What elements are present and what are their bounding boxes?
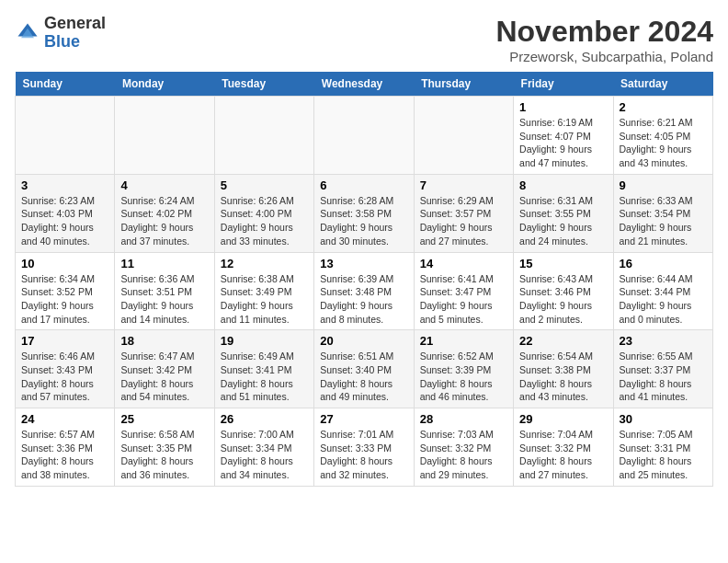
col-header-sunday: Sunday [16,72,115,97]
calendar-cell: 8Sunrise: 6:31 AMSunset: 3:55 PMDaylight… [514,174,613,252]
calendar-cell: 7Sunrise: 6:29 AMSunset: 3:57 PMDaylight… [414,174,513,252]
day-info: Sunrise: 6:38 AMSunset: 3:49 PMDaylight:… [221,272,308,327]
day-info: Sunrise: 6:43 AMSunset: 3:46 PMDaylight:… [519,272,607,327]
calendar-cell: 23Sunrise: 6:55 AMSunset: 3:37 PMDayligh… [613,330,712,408]
day-info: Sunrise: 6:41 AMSunset: 3:47 PMDaylight:… [420,272,507,327]
col-header-wednesday: Wednesday [314,72,414,97]
calendar-cell [115,97,214,175]
day-info: Sunrise: 6:46 AMSunset: 3:43 PMDaylight:… [21,350,108,404]
calendar-cell: 1Sunrise: 6:19 AMSunset: 4:07 PMDaylight… [514,97,613,175]
calendar-week-2: 3Sunrise: 6:23 AMSunset: 4:03 PMDaylight… [16,174,713,252]
day-info: Sunrise: 6:55 AMSunset: 3:37 PMDaylight:… [620,350,707,404]
day-info: Sunrise: 6:57 AMSunset: 3:36 PMDaylight:… [21,428,108,482]
day-info: Sunrise: 6:29 AMSunset: 3:57 PMDaylight:… [420,194,507,248]
day-number: 23 [620,334,707,348]
calendar-cell: 2Sunrise: 6:21 AMSunset: 4:05 PMDaylight… [613,97,712,175]
calendar-cell: 18Sunrise: 6:47 AMSunset: 3:42 PMDayligh… [115,330,214,408]
col-header-friday: Friday [514,72,613,97]
day-info: Sunrise: 6:44 AMSunset: 3:44 PMDaylight:… [620,272,707,327]
day-number: 15 [519,257,607,270]
logo-general-text: General [44,14,106,32]
month-title: November 2024 [495,15,713,49]
calendar-cell [16,97,115,175]
day-number: 27 [320,412,407,426]
calendar-cell: 12Sunrise: 6:38 AMSunset: 3:49 PMDayligh… [214,252,313,330]
day-info: Sunrise: 6:24 AMSunset: 4:02 PMDaylight:… [120,194,208,248]
day-number: 14 [420,257,507,270]
day-number: 12 [221,257,308,270]
day-info: Sunrise: 6:36 AMSunset: 3:51 PMDaylight:… [120,272,208,327]
day-info: Sunrise: 7:00 AMSunset: 3:34 PMDaylight:… [221,428,308,482]
calendar-cell: 27Sunrise: 7:01 AMSunset: 3:33 PMDayligh… [314,408,414,487]
day-info: Sunrise: 7:05 AMSunset: 3:31 PMDaylight:… [620,428,707,482]
day-number: 2 [620,100,707,114]
calendar-cell: 17Sunrise: 6:46 AMSunset: 3:43 PMDayligh… [16,330,115,408]
day-number: 13 [320,257,407,270]
calendar-cell: 26Sunrise: 7:00 AMSunset: 3:34 PMDayligh… [214,408,313,487]
day-info: Sunrise: 6:26 AMSunset: 4:00 PMDaylight:… [221,194,308,248]
day-number: 22 [519,334,607,348]
day-number: 16 [620,257,707,270]
title-block: November 2024 Przeworsk, Subcarpathia, P… [495,15,713,64]
day-number: 3 [21,178,108,192]
calendar-cell: 21Sunrise: 6:52 AMSunset: 3:39 PMDayligh… [414,330,513,408]
day-info: Sunrise: 6:54 AMSunset: 3:38 PMDaylight:… [519,350,607,404]
calendar-cell: 19Sunrise: 6:49 AMSunset: 3:41 PMDayligh… [214,330,313,408]
calendar-cell: 24Sunrise: 6:57 AMSunset: 3:36 PMDayligh… [16,408,115,487]
day-number: 18 [120,334,208,348]
calendar-cell: 9Sunrise: 6:33 AMSunset: 3:54 PMDaylight… [613,174,712,252]
day-info: Sunrise: 7:03 AMSunset: 3:32 PMDaylight:… [420,428,507,482]
day-info: Sunrise: 6:52 AMSunset: 3:39 PMDaylight:… [420,350,507,404]
calendar-cell: 4Sunrise: 6:24 AMSunset: 4:02 PMDaylight… [115,174,214,252]
calendar-cell: 15Sunrise: 6:43 AMSunset: 3:46 PMDayligh… [514,252,613,330]
calendar-cell: 28Sunrise: 7:03 AMSunset: 3:32 PMDayligh… [414,408,513,487]
day-info: Sunrise: 6:21 AMSunset: 4:05 PMDaylight:… [620,116,707,170]
calendar-cell: 11Sunrise: 6:36 AMSunset: 3:51 PMDayligh… [115,252,214,330]
day-number: 26 [221,412,308,426]
calendar-cell: 14Sunrise: 6:41 AMSunset: 3:47 PMDayligh… [414,252,513,330]
calendar-cell: 30Sunrise: 7:05 AMSunset: 3:31 PMDayligh… [613,408,712,487]
day-number: 28 [420,412,507,426]
calendar-week-3: 10Sunrise: 6:34 AMSunset: 3:52 PMDayligh… [16,252,713,330]
calendar-cell [214,97,313,175]
day-info: Sunrise: 6:58 AMSunset: 3:35 PMDaylight:… [120,428,208,482]
day-info: Sunrise: 6:31 AMSunset: 3:55 PMDaylight:… [519,194,607,248]
calendar-cell: 20Sunrise: 6:51 AMSunset: 3:40 PMDayligh… [314,330,414,408]
day-info: Sunrise: 7:04 AMSunset: 3:32 PMDaylight:… [519,428,607,482]
day-info: Sunrise: 7:01 AMSunset: 3:33 PMDaylight:… [320,428,407,482]
day-info: Sunrise: 6:23 AMSunset: 4:03 PMDaylight:… [21,194,108,248]
day-info: Sunrise: 6:47 AMSunset: 3:42 PMDaylight:… [120,350,208,404]
col-header-thursday: Thursday [414,72,513,97]
calendar-week-4: 17Sunrise: 6:46 AMSunset: 3:43 PMDayligh… [16,330,713,408]
calendar-table: SundayMondayTuesdayWednesdayThursdayFrid… [15,72,713,487]
calendar-cell: 29Sunrise: 7:04 AMSunset: 3:32 PMDayligh… [514,408,613,487]
col-header-saturday: Saturday [613,72,712,97]
day-number: 17 [21,334,108,348]
day-info: Sunrise: 6:51 AMSunset: 3:40 PMDaylight:… [320,350,407,404]
calendar-cell: 5Sunrise: 6:26 AMSunset: 4:00 PMDaylight… [214,174,313,252]
day-number: 25 [120,412,208,426]
col-header-monday: Monday [115,72,214,97]
day-number: 9 [620,178,707,192]
logo-blue-text: Blue [44,32,80,51]
day-info: Sunrise: 6:39 AMSunset: 3:48 PMDaylight:… [320,272,407,327]
calendar-cell: 13Sunrise: 6:39 AMSunset: 3:48 PMDayligh… [314,252,414,330]
day-number: 21 [420,334,507,348]
day-number: 8 [519,178,607,192]
day-info: Sunrise: 6:28 AMSunset: 3:58 PMDaylight:… [320,194,407,248]
calendar-cell: 6Sunrise: 6:28 AMSunset: 3:58 PMDaylight… [314,174,414,252]
day-info: Sunrise: 6:49 AMSunset: 3:41 PMDaylight:… [221,350,308,404]
day-info: Sunrise: 6:33 AMSunset: 3:54 PMDaylight:… [620,194,707,248]
calendar-cell: 16Sunrise: 6:44 AMSunset: 3:44 PMDayligh… [613,252,712,330]
logo: General Blue [15,15,106,52]
day-number: 19 [221,334,308,348]
day-number: 4 [120,178,208,192]
page-header: General Blue November 2024 Przeworsk, Su… [15,15,713,64]
day-number: 30 [620,412,707,426]
day-number: 10 [21,257,108,270]
calendar-cell: 10Sunrise: 6:34 AMSunset: 3:52 PMDayligh… [16,252,115,330]
day-number: 6 [320,178,407,192]
location-text: Przeworsk, Subcarpathia, Poland [495,49,713,64]
day-number: 1 [519,100,607,114]
calendar-cell: 3Sunrise: 6:23 AMSunset: 4:03 PMDaylight… [16,174,115,252]
